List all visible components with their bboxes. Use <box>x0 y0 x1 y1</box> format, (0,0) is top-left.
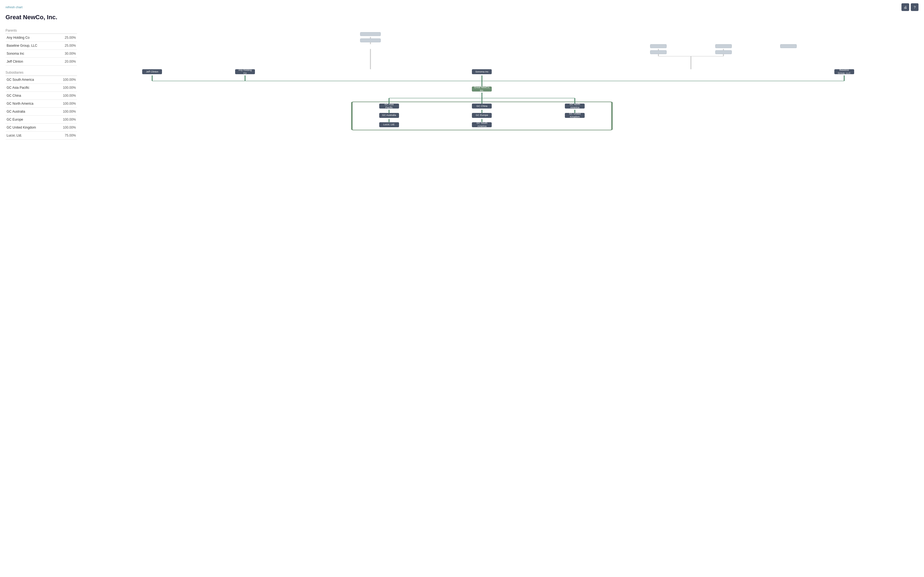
subsidiary-pct: 75.00% <box>53 132 77 140</box>
table-row[interactable]: Sonoma Inc30.00% <box>5 50 77 58</box>
connections-svg <box>82 25 919 135</box>
node-gc-australia[interactable]: GC Australia <box>379 113 399 118</box>
parents-section-label: Parents <box>5 29 77 34</box>
table-row[interactable]: Lucor, Ltd.75.00% <box>5 132 77 140</box>
ghost-node <box>715 44 732 48</box>
ghost-node <box>360 39 381 42</box>
ghost-node <box>650 50 667 54</box>
subsidiary-pct: 100.00% <box>53 92 77 100</box>
parent-pct: 25.00% <box>57 34 77 42</box>
table-row[interactable]: Baseline Group, LLC25.00% <box>5 42 77 50</box>
node-baseline[interactable]: Baseline Group, LLC <box>834 69 854 74</box>
ghost-node <box>650 44 667 48</box>
subsidiary-pct: 100.00% <box>53 84 77 92</box>
subsidiary-pct: 100.00% <box>53 116 77 124</box>
table-row[interactable]: GC Australia100.00% <box>5 108 77 116</box>
top-buttons: 🖨 ? <box>901 3 919 11</box>
left-panel: Parents Any Holding Co25.00%Baseline Gro… <box>5 25 77 140</box>
print-button[interactable]: 🖨 <box>901 3 909 11</box>
node-gc-northam[interactable]: GC North America <box>565 103 585 108</box>
content-area: Parents Any Holding Co25.00%Baseline Gro… <box>5 25 919 140</box>
table-row[interactable]: GC United Kingdom100.00% <box>5 124 77 132</box>
subsidiary-pct: 100.00% <box>53 100 77 108</box>
subsidiaries-table: GC South America100.00%GC Asia Pacific10… <box>5 76 77 140</box>
node-sonoma-inc[interactable]: Sonoma Inc <box>472 69 492 74</box>
node-any-holding[interactable]: Any Holding Co <box>235 69 255 74</box>
page-title: Great NewCo, Inc. <box>5 14 919 21</box>
node-gc-apac[interactable]: GC Asia Pacific <box>379 103 399 108</box>
table-row[interactable]: GC Asia Pacific100.00% <box>5 84 77 92</box>
org-chart: Jeff ClintonAny Holding CoSonoma IncBase… <box>82 25 919 135</box>
node-gc-china[interactable]: GC China <box>472 103 492 108</box>
table-row[interactable]: Jeff Clinton20.00% <box>5 58 77 66</box>
subsidiary-name: GC Europe <box>5 116 53 124</box>
parents-table: Any Holding Co25.00%Baseline Group, LLC2… <box>5 34 77 66</box>
subsidiary-pct: 100.00% <box>53 76 77 84</box>
subsidiary-pct: 100.00% <box>53 108 77 116</box>
table-row[interactable]: GC Europe100.00% <box>5 116 77 124</box>
table-row[interactable]: Any Holding Co25.00% <box>5 34 77 42</box>
node-gc-lucor[interactable]: Lucor, Ltd. <box>379 122 399 127</box>
chart-area: Jeff ClintonAny Holding CoSonoma IncBase… <box>82 25 919 140</box>
node-jeff-clinton[interactable]: Jeff Clinton <box>142 69 162 74</box>
table-row[interactable]: GC South America100.00% <box>5 76 77 84</box>
node-great-newco[interactable]: Great NewCo, Inc. <box>472 87 492 92</box>
parent-pct: 20.00% <box>57 58 77 66</box>
table-row[interactable]: GC China100.00% <box>5 92 77 100</box>
parent-pct: 30.00% <box>57 50 77 58</box>
top-bar: refresh chart 🖨 ? <box>5 3 919 11</box>
parent-name: Any Holding Co <box>5 34 57 42</box>
subsidiary-name: GC North America <box>5 100 53 108</box>
node-gc-uk[interactable]: GC United Kingdom <box>565 113 585 118</box>
subsidiary-name: GC China <box>5 92 53 100</box>
refresh-link[interactable]: refresh chart <box>5 5 23 9</box>
subsidiary-name: GC South America <box>5 76 53 84</box>
subsidiary-name: GC Australia <box>5 108 53 116</box>
parent-name: Jeff Clinton <box>5 58 57 66</box>
subsidiary-name: GC Asia Pacific <box>5 84 53 92</box>
subsidiary-pct: 100.00% <box>53 124 77 132</box>
help-button[interactable]: ? <box>911 3 919 11</box>
node-gc-southam[interactable]: GC South America <box>472 122 492 127</box>
page-container: refresh chart 🖨 ? Great NewCo, Inc. Pare… <box>0 0 924 577</box>
ghost-node <box>360 32 381 36</box>
subsidiary-name: GC United Kingdom <box>5 124 53 132</box>
ghost-node <box>780 44 797 48</box>
parent-name: Sonoma Inc <box>5 50 57 58</box>
table-row[interactable]: GC North America100.00% <box>5 100 77 108</box>
node-gc-europe[interactable]: GC Europe <box>472 113 492 118</box>
ghost-node <box>715 50 732 54</box>
parent-name: Baseline Group, LLC <box>5 42 57 50</box>
print-icon: 🖨 <box>904 5 907 9</box>
subsidiary-name: Lucor, Ltd. <box>5 132 53 140</box>
subsidiaries-section-label: Subsidiaries <box>5 71 77 76</box>
help-icon: ? <box>914 5 916 9</box>
parent-pct: 25.00% <box>57 42 77 50</box>
